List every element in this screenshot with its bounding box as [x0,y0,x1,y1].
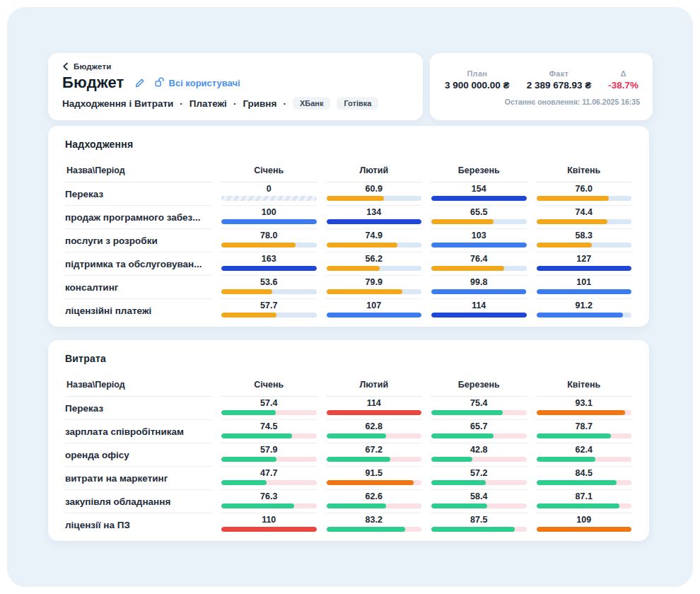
all-users-link[interactable]: Всі користувачі [155,77,240,89]
cell-value: 74.9 [366,231,383,240]
value-cell[interactable]: 83.2 [326,513,423,537]
value-cell[interactable]: 103 [431,229,527,252]
value-cell[interactable]: 91.2 [536,299,633,322]
progress-bar [537,243,632,248]
account-tag-chip[interactable]: ХБанк [293,97,331,110]
row-label[interactable]: продаж програмного забез... [65,206,212,229]
cell-value: 74.5 [260,422,277,431]
value-cell[interactable]: 127 [536,252,633,276]
value-cell[interactable]: 74.4 [536,206,633,229]
cell-value: 103 [472,231,486,240]
value-cell[interactable]: 0 [221,182,317,206]
progress-bar-fill [221,313,276,318]
value-cell[interactable]: 87.1 [536,490,633,513]
value-cell[interactable]: 65.7 [431,420,527,443]
value-cell[interactable]: 62.6 [326,490,423,513]
cell-value: 53.6 [260,278,277,287]
row-label[interactable]: підтримка та обслуговуван... [65,252,212,276]
value-cell[interactable]: 134 [326,206,423,229]
value-cell[interactable]: 74.5 [221,420,317,443]
row-label[interactable]: оренда офісу [65,443,212,467]
value-cell[interactable]: 53.6 [221,276,317,299]
value-cell[interactable]: 78.0 [221,229,317,252]
value-cell[interactable]: 76.0 [536,182,633,206]
breadcrumb[interactable]: Бюджети [62,62,409,71]
value-cell[interactable]: 110 [221,513,317,537]
value-cell[interactable]: 47.7 [221,467,317,490]
row-label[interactable]: ліцензії на ПЗ [65,513,212,537]
value-cell[interactable]: 74.9 [326,229,423,252]
value-cell[interactable]: 114 [431,299,527,322]
account-tag-chip[interactable]: Готівка [337,97,378,110]
subtitle-separator-dot: · [283,98,286,109]
value-cell[interactable]: 76.4 [431,252,527,276]
progress-bar [431,289,527,294]
cell-value: 110 [262,516,276,525]
row-label[interactable]: закупівля обладнання [65,490,212,513]
value-cell[interactable]: 58.4 [431,490,527,513]
value-cell[interactable]: 99.8 [431,276,527,299]
value-cell[interactable]: 109 [536,513,633,537]
value-cell[interactable]: 79.9 [326,276,423,299]
value-cell[interactable]: 154 [431,182,527,206]
progress-bar [327,219,422,224]
progress-bar-fill [221,433,292,438]
value-cell[interactable]: 57.9 [221,443,317,467]
progress-bar [327,410,422,415]
cell-value: 42.8 [470,446,487,455]
progress-bar [327,480,422,485]
value-cell[interactable]: 163 [221,252,317,276]
plan-stat: План 3 900 000.00 ₴ [445,69,510,91]
row-label[interactable]: витрати на маркетинг [65,467,212,490]
cell-value: 114 [367,399,381,408]
edit-pencil-icon[interactable] [134,78,145,88]
back-chevron-icon[interactable] [62,62,69,71]
progress-bar-fill [327,480,414,485]
value-cell[interactable]: 58.3 [536,229,633,252]
progress-bar-fill [221,289,272,294]
value-cell[interactable]: 87.5 [431,513,527,537]
progress-bar-fill [221,480,267,485]
value-cell[interactable]: 67.2 [326,443,423,467]
value-cell[interactable]: 56.2 [326,252,423,276]
row-label[interactable]: консалтинг [65,276,212,299]
progress-bar-fill [537,196,609,201]
progress-bar-fill [327,243,398,248]
progress-bar [537,219,632,224]
value-cell[interactable]: 78.7 [536,420,633,443]
progress-bar [537,410,632,415]
value-cell[interactable]: 107 [326,299,423,322]
budget-app-screen: { "page": { "breadcrumb": "Бюджети", "ti… [0,0,700,594]
value-cell[interactable]: 76.3 [221,490,317,513]
value-cell[interactable]: 57.2 [431,467,527,490]
value-cell[interactable]: 57.4 [221,397,317,420]
value-cell[interactable]: 75.4 [431,397,527,420]
value-cell[interactable]: 100 [221,206,317,229]
cell-value: 109 [576,516,591,525]
value-cell[interactable]: 57.7 [221,299,317,322]
row-label[interactable]: Переказ [65,182,212,206]
value-cell[interactable]: 62.8 [326,420,423,443]
value-cell[interactable]: 65.5 [431,206,527,229]
row-label[interactable]: ліцензійні платежі [65,299,212,322]
value-cell[interactable]: 60.9 [326,182,423,206]
progress-bar-fill [537,289,632,294]
progress-bar-fill [537,313,624,318]
row-label[interactable]: зарплата співробітникам [65,420,212,443]
value-cell[interactable]: 114 [326,397,423,420]
progress-bar [431,457,527,462]
row-label[interactable]: послуги з розробки [65,229,212,252]
value-cell[interactable]: 93.1 [536,397,633,420]
value-cell[interactable]: 84.5 [536,467,633,490]
progress-bar [221,219,317,224]
last-update-text: Останнє оновлення: 11.06.2025 16:35 [443,98,640,106]
value-cell[interactable]: 42.8 [431,443,527,467]
value-cell[interactable]: 62.4 [536,443,633,467]
value-cell[interactable]: 91.5 [326,467,423,490]
cell-value: 127 [576,255,591,264]
breadcrumb-label[interactable]: Бюджети [74,62,112,71]
value-cell[interactable]: 101 [536,276,633,299]
cell-value: 83.2 [366,516,383,525]
month-header: Лютий [326,374,423,397]
row-label[interactable]: Переказ [65,397,212,420]
